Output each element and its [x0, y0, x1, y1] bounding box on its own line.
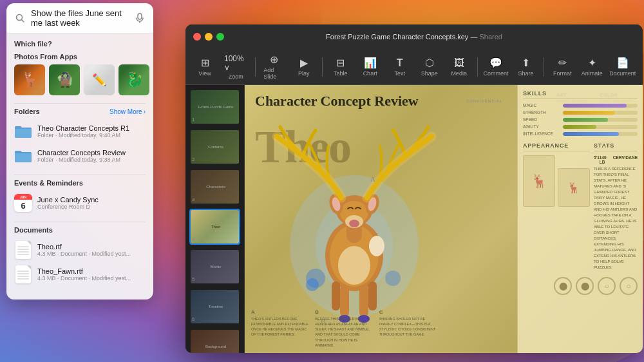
events-header: Events & Reminders: [14, 179, 146, 187]
stats-weight: 140 LB: [600, 155, 613, 164]
doc-theo-fawn[interactable]: Theo_Fawn.rtf 4.3 MB · Document · Modifi…: [14, 262, 146, 287]
toolbar-document[interactable]: 📄 Document: [607, 54, 638, 79]
keynote-titlebar: Forest Puzzle Game Character Concepts.ke…: [185, 24, 643, 49]
slide-1-thumb[interactable]: Forest Puzzle Game 1: [189, 89, 240, 125]
photos-header: Photos From Apps: [14, 53, 146, 61]
skills-title: Skills: [523, 90, 638, 99]
photo-3[interactable]: ✏️: [84, 64, 115, 95]
skill-agility: AGILITY: [523, 124, 638, 129]
photo-4[interactable]: 🐉: [118, 64, 149, 95]
skill-agility-fill: [563, 125, 596, 129]
show-more-button[interactable]: Show More ›: [109, 108, 146, 115]
slide-3-thumb[interactable]: Characters 3: [189, 169, 240, 205]
skill-magic: MAGIC: [523, 103, 638, 108]
media-icon: 🖼: [454, 57, 464, 69]
toolbar-text[interactable]: T Text: [386, 55, 414, 79]
slides-panel[interactable]: Forest Puzzle Game 1 Contents 2 Characte…: [185, 85, 245, 353]
divider-3: [14, 222, 146, 222]
toolbar-shape[interactable]: ⬡ Shape: [415, 54, 444, 79]
share-icon: ⬆: [522, 57, 530, 69]
toolbar-chart[interactable]: 📊 Chart: [356, 54, 384, 79]
text-col-a: A THEO'S ANTLERS BECOME FASHIONABLE AND …: [251, 309, 310, 348]
traffic-lights: [193, 33, 224, 41]
chart-icon: 📊: [364, 57, 377, 69]
slide-7-thumb[interactable]: Background 7: [189, 329, 240, 353]
slide-5-thumb[interactable]: Moritz 5: [189, 249, 240, 285]
events-section: Events & Reminders JUN 6 June x Candy Sy…: [14, 179, 146, 215]
zoom-label: Zoom: [229, 73, 243, 80]
divider-1: [14, 103, 146, 104]
table-label: Table: [334, 70, 348, 77]
slide-3-number: 3: [192, 196, 194, 202]
maximize-button[interactable]: [216, 33, 224, 41]
toolbar-play[interactable]: ▶ Play: [290, 54, 318, 79]
toolbar-share[interactable]: ⬆ Share: [511, 54, 540, 79]
toolbar-add-slide[interactable]: ⊕ Add Slide: [260, 51, 289, 82]
toolbar-zoom[interactable]: 100% ∨ Zoom: [220, 52, 251, 82]
slide-4-thumb[interactable]: Theo 4: [189, 209, 240, 245]
toolbar-table[interactable]: ⊟ Table: [327, 54, 355, 79]
appearance-stats-section: Appearance 🦌 🦌 Stats 5'1 140 LB C: [523, 142, 638, 271]
skills-section: Skills MAGIC STRENGTH SPEED: [523, 90, 638, 136]
icon-circle-2: ⬤: [576, 277, 594, 295]
toolbar-format[interactable]: ✏ Format: [548, 54, 576, 79]
spotlight-card: Show the files June sent me last week Wh…: [6, 3, 153, 300]
skill-magic-label: MAGIC: [523, 103, 560, 108]
toolbar-animate[interactable]: ✦ Animate: [578, 54, 606, 79]
keynote-window-title: Forest Puzzle Game Character Concepts.ke…: [326, 33, 502, 41]
deer-svg: A B: [251, 117, 457, 330]
add-slide-icon: ⊕: [270, 53, 278, 66]
toolbar-view[interactable]: ⊞ View: [191, 54, 219, 79]
documents-title: Documents: [14, 226, 53, 234]
chevron-right-icon: ›: [144, 108, 146, 115]
text-col-b: B BEFORE THIS SHOULD BE RENDERED AS ANGU…: [315, 309, 374, 348]
event-june-sync[interactable]: JUN 6 June x Candy Sync Conference Room …: [14, 191, 146, 215]
folder-icon-2: [14, 147, 32, 165]
svg-rect-20: [332, 281, 340, 310]
doc-2-subtitle: 4.3 MB · Document · Modified yest...: [37, 275, 146, 281]
confidential-badge: CONFIDENTIAL: [466, 99, 502, 103]
events-title: Events & Reminders: [14, 179, 83, 187]
skill-magic-fill: [563, 104, 627, 108]
slide-1-number: 1: [192, 117, 194, 122]
stats-title: Stats: [594, 142, 638, 151]
comment-label: Comment: [483, 70, 508, 77]
document-label: Document: [609, 70, 636, 77]
microphone-icon[interactable]: [134, 12, 146, 24]
col-c-letter: C: [379, 309, 438, 315]
stats-description: THIS IS A REFERENCE FOR THEO'S FINAL STA…: [594, 166, 638, 271]
folder-concepts-review[interactable]: Character Concepts Review Folder · Modif…: [14, 144, 146, 168]
toolbar-comment[interactable]: 💬 Comment: [481, 54, 510, 79]
skill-speed-bar-bg: [563, 118, 638, 122]
documents-header: Documents: [14, 226, 146, 234]
add-slide-label: Add Slide: [263, 67, 285, 80]
chart-label: Chart: [363, 70, 377, 77]
photo-2[interactable]: 🧌: [49, 64, 80, 95]
folder-2-subtitle: Folder · Modified today, 9:38 AM: [37, 157, 146, 163]
slide-6-preview: Timeline 6: [191, 290, 240, 323]
folder-theo-concepts[interactable]: Theo Character Concepts R1 Folder · Modi…: [14, 119, 146, 144]
close-button[interactable]: [193, 33, 201, 41]
doc-icon-1: [14, 241, 32, 259]
slide-6-thumb[interactable]: Timeline 6: [189, 289, 240, 325]
stats-level: CERVIDANE: [613, 155, 638, 164]
skill-intelligence-label: INTELLIGENCE: [523, 131, 560, 136]
svg-point-4: [338, 246, 370, 285]
skill-agility-label: AGILITY: [523, 124, 560, 129]
minimize-button[interactable]: [205, 33, 213, 41]
photo-1-img: 🦌: [14, 64, 45, 95]
photo-3-img: ✏️: [84, 64, 115, 95]
doc-theo[interactable]: Theo.rtf 4.3 MB · Document · Modified ye…: [14, 238, 146, 262]
doc-1-subtitle: 4.3 MB · Document · Modified yest...: [37, 251, 146, 257]
search-icon: [14, 12, 26, 24]
toolbar-media[interactable]: 🖼 Media: [445, 55, 473, 79]
slide-2-number: 2: [192, 157, 194, 162]
photo-1[interactable]: 🦌: [14, 64, 45, 95]
results-container: Which file? Photos From Apps 🦌 🧌 ✏️: [6, 33, 153, 300]
search-bar[interactable]: Show the files June sent me last week: [6, 3, 153, 33]
col-c-content: SHADING SHOULD NOT BE OVERLY COMPLEX—THI…: [379, 316, 438, 338]
slide-2-thumb[interactable]: Contents 2: [189, 129, 240, 165]
search-input-text[interactable]: Show the files June sent me last week: [31, 8, 129, 28]
slide-title: Character Concept Review: [255, 93, 419, 110]
skill-strength-fill: [563, 111, 615, 115]
